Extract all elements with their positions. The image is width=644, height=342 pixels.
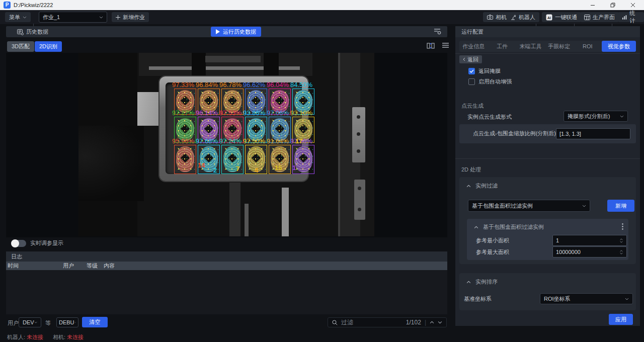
restore-button[interactable] xyxy=(605,0,621,10)
log-filter-box[interactable]: 过滤 1/102 | xyxy=(328,317,447,327)
status-bar: 机器人: 未连接 相机: 未连接 xyxy=(0,331,644,342)
log-col-time: 时间 xyxy=(6,262,63,270)
log-body[interactable] xyxy=(6,270,447,314)
auto-enhance-row: 启用自动增强 xyxy=(468,78,512,86)
robot-status-value: 未连接 xyxy=(27,333,43,341)
min-area-input[interactable]: 1 xyxy=(552,235,627,246)
detection-score: 96.04% xyxy=(267,81,289,89)
detection-box: 95.96% xyxy=(174,145,196,174)
auto-enhance-checkbox[interactable] xyxy=(468,78,475,85)
log-col-level: 等级 xyxy=(87,262,104,270)
detection-score: 97.50% xyxy=(243,137,265,145)
detection-score: 97.53% xyxy=(219,109,242,117)
tab-workpiece[interactable]: 工件 xyxy=(488,41,517,52)
detection-score: 96.14% xyxy=(196,109,218,117)
log-user-label: 用户 xyxy=(8,319,19,327)
robot-button[interactable]: 机器人 xyxy=(507,12,539,22)
tab-vision-params[interactable]: 视觉参数 xyxy=(602,41,636,52)
svg-text:AI: AI xyxy=(547,16,551,19)
camera-status-value: 未连接 xyxy=(67,333,84,341)
detection-overlay: 97.33%96.84%96.78%96.62%96.04%84.50%97.2… xyxy=(78,53,374,236)
log-level-label: 等 xyxy=(45,319,51,327)
log-user-select[interactable]: DEV xyxy=(19,317,41,327)
2d-processing-label: 2D 处理 xyxy=(461,166,481,174)
bbox-filter-header[interactable]: 基于包围盒面积过滤实例 xyxy=(467,219,628,231)
apply-button[interactable]: 应用 xyxy=(609,314,633,325)
chevron-down-icon xyxy=(23,16,27,19)
display-settings-icon[interactable] xyxy=(433,28,441,35)
close-button[interactable] xyxy=(625,0,641,10)
log-level-select[interactable]: DEBU xyxy=(56,317,78,327)
add-filter-button[interactable]: 新增 xyxy=(607,200,634,212)
run-config-title: 运行配置 xyxy=(455,26,640,37)
run-history-button[interactable]: 运行历史数据 xyxy=(211,27,261,37)
camera-icon xyxy=(487,15,493,20)
max-area-input[interactable]: 10000000 xyxy=(552,246,627,258)
realtime-toggle[interactable] xyxy=(11,240,26,247)
new-job-button[interactable]: 新增作业 xyxy=(112,12,149,22)
detection-score: 96.84% xyxy=(196,81,218,89)
chevron-down-icon xyxy=(620,115,624,118)
detection-score: 96.62% xyxy=(243,81,265,89)
menu-list-icon[interactable] xyxy=(442,42,449,48)
detection-score: 95.96% xyxy=(172,137,194,145)
base-coord-select[interactable]: ROI坐标系 xyxy=(540,293,633,304)
filter-type-select[interactable]: 基于包围盒面积过滤实例 xyxy=(468,200,590,212)
main-menu-button[interactable]: 菜单 xyxy=(5,12,31,22)
production-ui-button[interactable]: 生产界面 xyxy=(580,12,619,22)
prev-match-icon[interactable] xyxy=(430,321,434,324)
back-button[interactable]: 返回 xyxy=(459,55,482,63)
next-match-icon[interactable] xyxy=(438,321,442,324)
robot-status-label: 机器人: xyxy=(7,333,25,341)
detection-score: 96.78% xyxy=(219,81,242,89)
restore-icon xyxy=(610,3,615,8)
minimize-button[interactable] xyxy=(585,0,601,10)
ai-icon: AI xyxy=(546,14,552,21)
spinner[interactable] xyxy=(619,250,623,254)
search-icon xyxy=(332,320,338,325)
log-controls: 用户 DEV 等 DEBU 清空 过滤 1/102 | xyxy=(6,317,447,328)
bbox-area-filter-subpanel: 基于包围盒面积过滤实例 参考最小面积 1 参考最大面积 10000000 xyxy=(467,219,628,260)
ai-link-button[interactable]: AI 一键联通 xyxy=(542,12,581,22)
instance-filter-header[interactable]: 实例过滤 xyxy=(459,177,636,190)
pc-gen-select[interactable]: 掩膜形式(分割后) xyxy=(564,111,628,122)
log-col-content: 内容 xyxy=(104,262,115,270)
kebab-menu-icon[interactable] xyxy=(622,223,623,230)
pc-gen-label: 实例点云生成形式 xyxy=(467,113,512,121)
detection-score: 91.64% xyxy=(267,137,289,145)
tab-roi[interactable]: ROI xyxy=(573,41,602,52)
tab-2d-recognition[interactable]: 2D识别 xyxy=(35,41,62,52)
tab-3d-match[interactable]: 3D匹配 xyxy=(7,41,34,52)
history-data-header: 历史数据 运行历史数据 xyxy=(6,26,447,37)
detection-score: 97.27% xyxy=(172,109,194,117)
check-icon xyxy=(469,69,474,73)
play-icon xyxy=(216,29,220,34)
realtime-toggle-row: 实时调参显示 xyxy=(11,239,63,247)
log-col-user: 用户 xyxy=(63,262,87,270)
instance-sort-header[interactable]: 实例排序 xyxy=(459,273,636,286)
spinner[interactable] xyxy=(619,238,623,243)
log-clear-button[interactable]: 清空 xyxy=(82,317,108,327)
camera-image[interactable]: 97.33%96.84%96.78%96.62%96.04%84.50%97.2… xyxy=(78,53,374,236)
detection-score: 93.10% xyxy=(290,109,312,117)
tab-end-tool[interactable]: 末端工具 xyxy=(516,41,545,52)
compare-view-icon[interactable] xyxy=(427,42,435,49)
mask-dots xyxy=(176,146,195,173)
title-bar: P D:/Pickwiz/2222 xyxy=(0,0,644,10)
stats-button[interactable]: 统计 xyxy=(618,12,644,22)
pc-scale-input[interactable]: [1.3, 1.3] xyxy=(556,128,630,139)
return-mask-checkbox[interactable] xyxy=(468,68,475,74)
job-select[interactable]: 作业_1 xyxy=(39,12,107,23)
bar-chart-icon xyxy=(622,15,627,20)
tab-hand-eye[interactable]: 手眼标定 xyxy=(545,41,574,52)
window-title: D:/Pickwiz/2222 xyxy=(14,0,53,10)
grid-icon xyxy=(584,15,590,20)
run-config-panel: 运行配置 作业信息 工件 末端工具 手眼标定 ROI 视觉参数 返回 返回掩膜 … xyxy=(455,26,640,326)
instance-id-label: 17 xyxy=(295,137,302,145)
tab-job-info[interactable]: 作业信息 xyxy=(459,41,488,52)
max-area-label: 参考最大面积 xyxy=(476,248,509,256)
instance-sort-panel: 实例排序 基准坐标系 ROI坐标系 xyxy=(459,273,636,310)
chevron-up-icon xyxy=(474,226,478,229)
detection-box: 97.24% xyxy=(221,145,244,174)
log-pagination: 1/102 xyxy=(406,319,421,326)
